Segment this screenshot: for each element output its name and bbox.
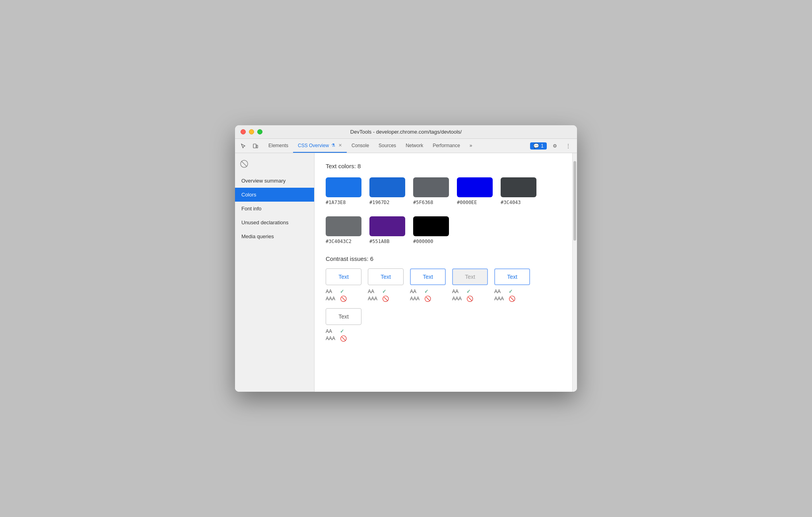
swatch-5f6368 <box>413 177 449 197</box>
scrollbar[interactable] <box>572 153 577 392</box>
block-icon-aaa-6: 🚫 <box>340 335 347 342</box>
contrast-item-6[interactable]: Text AA ✓ AAA 🚫 <box>326 308 361 342</box>
contrast-level-aa-1: AA <box>326 289 338 294</box>
tab-close-icon[interactable]: ✕ <box>338 143 342 148</box>
contrast-level-aaa-4: AAA <box>452 296 464 301</box>
contrast-row-aa-4: AA ✓ <box>452 288 473 294</box>
contrast-row-aaa-1: AAA 🚫 <box>326 295 347 302</box>
toolbar-right: 💬 1 ⚙ ⋮ <box>530 139 574 153</box>
tab-css-overview[interactable]: CSS Overview ⚗ ✕ <box>293 139 347 153</box>
color-label-0000ee: #0000EE <box>457 200 477 205</box>
contrast-items-row1: Text AA ✓ AAA 🚫 <box>326 268 561 302</box>
contrast-text-box-1: Text <box>326 268 361 285</box>
sidebar-item-media-queries-label: Media queries <box>241 233 274 239</box>
device-icon[interactable] <box>250 141 260 151</box>
content-area[interactable]: Text colors: 8 #1A73E8 #1967D2 #5F6368 <box>315 153 572 392</box>
contrast-text-1: Text <box>338 274 349 280</box>
contrast-info-5: AA ✓ AAA 🚫 <box>494 288 515 302</box>
contrast-item-2[interactable]: Text AA ✓ AAA 🚫 <box>368 268 404 302</box>
contrast-info-3: AA ✓ AAA 🚫 <box>410 288 431 302</box>
color-swatch-1a73e8[interactable]: #1A73E8 <box>326 177 361 205</box>
sidebar-item-media-queries[interactable]: Media queries <box>235 229 314 243</box>
color-label-1967d2: #1967D2 <box>369 200 390 205</box>
color-swatch-551a8b[interactable]: #551A8B <box>369 216 405 244</box>
tab-sources-label: Sources <box>379 143 396 148</box>
maximize-button[interactable] <box>257 129 262 134</box>
contrast-level-aaa-6: AAA <box>326 336 338 341</box>
sidebar-item-unused-declarations[interactable]: Unused declarations <box>235 216 314 229</box>
sidebar-item-font-info-label: Font info <box>241 206 262 212</box>
color-swatch-3c4043[interactable]: #3C4043 <box>501 177 536 205</box>
contrast-info-2: AA ✓ AAA 🚫 <box>368 288 389 302</box>
contrast-row-aa-5: AA ✓ <box>494 288 515 294</box>
tab-console-label: Console <box>352 143 369 148</box>
settings-button[interactable]: ⚙ <box>549 141 560 151</box>
sidebar: Overview summary Colors Font info Unused… <box>235 153 315 392</box>
contrast-item-4[interactable]: Text AA ✓ AAA 🚫 <box>452 268 488 302</box>
contrast-row-aaa-2: AAA 🚫 <box>368 295 389 302</box>
tab-console[interactable]: Console <box>347 139 374 153</box>
contrast-text-box-2: Text <box>368 268 404 285</box>
check-icon-aa-4: ✓ <box>466 288 471 294</box>
contrast-row-aa-6: AA ✓ <box>326 328 347 334</box>
block-icon-aaa-1: 🚫 <box>340 295 347 302</box>
more-options-button[interactable]: ⋮ <box>563 141 574 151</box>
color-label-1a73e8: #1A73E8 <box>326 200 346 205</box>
color-swatch-1967d2[interactable]: #1967D2 <box>369 177 405 205</box>
color-swatch-000000[interactable]: #000000 <box>413 216 449 244</box>
contrast-text-4: Text <box>465 274 475 280</box>
cursor-icon[interactable] <box>238 141 249 151</box>
contrast-level-aaa-1: AAA <box>326 296 338 301</box>
notifications-button[interactable]: 💬 1 <box>530 142 547 150</box>
swatch-551a8b <box>369 216 405 236</box>
color-label-000000: #000000 <box>413 239 433 244</box>
contrast-row-aa-3: AA ✓ <box>410 288 431 294</box>
tab-sources[interactable]: Sources <box>374 139 401 153</box>
main-content: Overview summary Colors Font info Unused… <box>235 153 577 392</box>
sidebar-item-colors[interactable]: Colors <box>235 188 314 202</box>
contrast-items-row2: Text AA ✓ AAA 🚫 <box>326 308 561 342</box>
title-bar: DevTools - developer.chrome.com/tags/dev… <box>235 125 577 139</box>
contrast-level-aa-5: AA <box>494 289 506 294</box>
color-swatch-5f6368[interactable]: #5F6368 <box>413 177 449 205</box>
block-icon-aaa-5: 🚫 <box>509 295 515 302</box>
scrollbar-thumb[interactable] <box>573 161 576 241</box>
contrast-text-5: Text <box>507 274 517 280</box>
minimize-button[interactable] <box>249 129 254 134</box>
contrast-level-aaa-2: AAA <box>368 296 380 301</box>
color-swatch-0000ee[interactable]: #0000EE <box>457 177 493 205</box>
text-colors-title: Text colors: 8 <box>326 163 561 169</box>
contrast-info-6: AA ✓ AAA 🚫 <box>326 328 347 342</box>
swatch-1a73e8 <box>326 177 361 197</box>
contrast-level-aa-2: AA <box>368 289 380 294</box>
contrast-level-aa-3: AA <box>410 289 422 294</box>
svg-rect-1 <box>256 145 258 148</box>
contrast-item-5[interactable]: Text AA ✓ AAA 🚫 <box>494 268 530 302</box>
check-icon-aa-5: ✓ <box>509 288 513 294</box>
contrast-issues-title: Contrast issues: 6 <box>326 255 561 262</box>
contrast-item-1[interactable]: Text AA ✓ AAA 🚫 <box>326 268 361 302</box>
color-swatch-3c4043c2[interactable]: #3C4043C2 <box>326 216 361 244</box>
color-label-551a8b: #551A8B <box>369 239 390 244</box>
swatch-3c4043c2 <box>326 216 361 236</box>
toolbar-left <box>238 139 260 153</box>
contrast-text-3: Text <box>423 274 433 280</box>
sidebar-item-overview-summary[interactable]: Overview summary <box>235 174 314 188</box>
contrast-text-box-3: Text <box>410 268 446 285</box>
tab-elements[interactable]: Elements <box>264 139 293 153</box>
close-button[interactable] <box>241 129 246 134</box>
contrast-row-aaa-4: AAA 🚫 <box>452 295 473 302</box>
flask-icon: ⚗ <box>331 143 335 148</box>
sidebar-item-font-info[interactable]: Font info <box>235 202 314 216</box>
tab-performance[interactable]: Performance <box>428 139 465 153</box>
tab-more[interactable]: » <box>465 139 477 153</box>
contrast-item-3[interactable]: Text AA ✓ AAA 🚫 <box>410 268 446 302</box>
contrast-row-aa-1: AA ✓ <box>326 288 347 294</box>
contrast-level-aaa-5: AAA <box>494 296 506 301</box>
color-label-5f6368: #5F6368 <box>413 200 433 205</box>
contrast-text-box-4: Text <box>452 268 488 285</box>
check-icon-aa-1: ✓ <box>340 288 344 294</box>
contrast-row-aaa-5: AAA 🚫 <box>494 295 515 302</box>
tab-network[interactable]: Network <box>401 139 428 153</box>
window-title: DevTools - developer.chrome.com/tags/dev… <box>350 129 462 135</box>
